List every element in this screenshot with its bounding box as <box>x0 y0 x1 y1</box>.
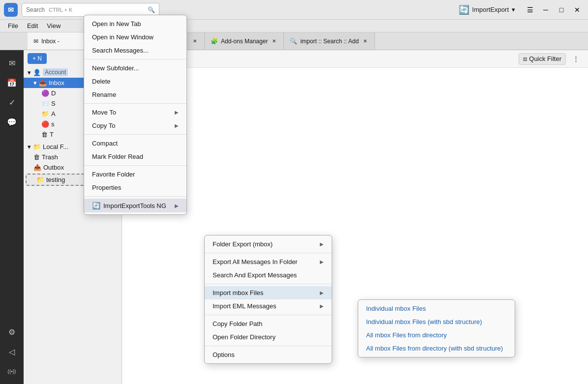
filter-options-icon[interactable]: ⋮ <box>570 54 582 64</box>
minimize-button[interactable]: ─ <box>539 3 553 17</box>
maximize-button[interactable]: □ <box>555 3 568 17</box>
sidebar-icon-tasks[interactable]: ✓ <box>3 93 21 111</box>
sub2-all-mbox-dir[interactable]: All mbox Files from directory <box>358 328 515 342</box>
sub1-import-mbox[interactable]: Import mbox Files ▶ <box>205 286 332 299</box>
ctx-separator-2 <box>84 103 186 104</box>
tab-addons[interactable]: 🧩 Add-ons Manager ✕ <box>205 32 284 50</box>
ctx-mark-folder-read[interactable]: Mark Folder Read <box>84 150 186 163</box>
ctx-importexport-arrow: ▶ <box>175 203 179 208</box>
search-placeholder: Search <box>26 6 45 13</box>
menu-view[interactable]: View <box>43 21 64 30</box>
sub1-folder-export-arrow: ▶ <box>320 241 324 247</box>
tab-inbox-label: Inbox - <box>41 38 60 45</box>
sidebar-icon-collapse[interactable]: ◁ <box>3 343 21 360</box>
sidebar-icon-mail[interactable]: ✉ <box>3 54 21 72</box>
window-controls: ☰ ─ □ ✕ <box>523 3 584 17</box>
sub1-options[interactable]: Options <box>205 348 332 361</box>
ctx-compact[interactable]: Compact <box>84 137 186 150</box>
sub1-separator-1 <box>205 253 332 253</box>
sub1-copy-folder-path[interactable]: Copy Folder Path <box>205 317 332 330</box>
sub1-separator-2 <box>205 284 332 284</box>
sub1-separator-4 <box>205 346 332 346</box>
ctx-open-new-window-label: Open in New Window <box>92 33 154 41</box>
tab-inbox[interactable]: ✉ Inbox - <box>28 32 87 50</box>
submenu-import-mbox: Individual mbox Files Individual mbox Fi… <box>358 299 515 357</box>
ctx-properties-label: Properties <box>92 184 121 191</box>
sub2-individual-mbox[interactable]: Individual mbox Files <box>358 302 515 315</box>
ctx-separator-4 <box>84 165 186 166</box>
sub1-import-mbox-label: Import mbox Files <box>213 289 263 296</box>
tab-import-search[interactable]: 🔍 import :: Search :: Add ✕ <box>284 32 375 50</box>
ctx-importexport[interactable]: 🔄 ImportExportTools NG ▶ <box>84 199 186 212</box>
sub1-import-eml-arrow: ▶ <box>320 303 324 309</box>
sidebar-icon-calendar[interactable]: 📅 <box>3 74 21 91</box>
ctx-copy-to[interactable]: Copy To ▶ <box>84 119 186 132</box>
email-area: 8 Messages ⧈ Quick Filter ⋮ <box>122 50 588 384</box>
sub1-folder-export[interactable]: Folder Export (mbox) ▶ <box>205 237 332 251</box>
account-email-icon: 👤 <box>33 69 41 76</box>
ctx-properties[interactable]: Properties <box>84 181 186 194</box>
sub1-import-eml[interactable]: Import EML Messages ▶ <box>205 299 332 313</box>
ctx-new-subfolder-label: New Subfolder... <box>92 64 139 72</box>
tab-inbox-icon: ✉ <box>33 38 38 45</box>
app-title: ImportExport <box>472 6 509 13</box>
sub1-export-all[interactable]: Export All Messages In Folder ▶ <box>205 255 332 268</box>
icon-sidebar: ✉ 📅 ✓ 💬 ⚙ ◁ ((•)) <box>0 50 24 384</box>
sub1-copy-folder-path-label: Copy Folder Path <box>213 320 262 327</box>
inbox-folder-icon: 📥 <box>39 79 47 87</box>
sidebar-icon-status[interactable]: ((•)) <box>3 362 21 380</box>
ctx-search-messages[interactable]: Search Messages... <box>84 44 186 57</box>
sidebar-icon-settings[interactable]: ⚙ <box>3 323 21 341</box>
outbox-label: Outbox <box>43 164 64 171</box>
context-menu: Open in New Tab Open in New Window Searc… <box>84 15 187 215</box>
tab-addons-close[interactable]: ✕ <box>271 38 278 45</box>
new-message-button[interactable]: + N <box>28 53 47 64</box>
tab-import-search-label: import :: Search :: Add <box>300 38 359 45</box>
ctx-delete[interactable]: Delete <box>84 75 186 88</box>
filter-icon: ⧈ <box>523 55 527 63</box>
sub2-all-mbox-dir-sbd-label: All mbox Files from directory (with sbd … <box>366 345 503 352</box>
ctx-mark-folder-read-label: Mark Folder Read <box>92 153 143 160</box>
trash-local-label: Trash <box>42 153 58 161</box>
sidebar-icon-chat[interactable]: 💬 <box>3 113 21 131</box>
ctx-open-new-tab-label: Open in New Tab <box>92 20 141 28</box>
ctx-compact-label: Compact <box>92 140 118 147</box>
local-folders-label: Local F... <box>43 143 68 150</box>
ctx-favorite-folder[interactable]: Favorite Folder <box>84 168 186 181</box>
folder-d-icon: 🟣 <box>41 89 49 97</box>
sub1-search-export-label: Search And Export Messages <box>213 271 297 279</box>
quick-filter-label: Quick Filter <box>529 55 561 62</box>
sub1-options-label: Options <box>213 351 235 358</box>
sub1-export-all-arrow: ▶ <box>320 259 324 265</box>
folder-s-icon: 📨 <box>41 100 49 107</box>
ctx-search-messages-label: Search Messages... <box>92 47 149 54</box>
ctx-open-new-tab[interactable]: Open in New Tab <box>84 17 186 30</box>
menu-button[interactable]: ☰ <box>523 3 537 17</box>
close-button[interactable]: ✕ <box>570 3 584 17</box>
sub1-open-folder-dir-label: Open Folder Directory <box>213 333 276 341</box>
ctx-rename[interactable]: Rename <box>84 88 186 101</box>
outbox-icon: 📤 <box>33 164 41 171</box>
sub1-search-export[interactable]: Search And Export Messages <box>205 268 332 282</box>
menu-edit[interactable]: Edit <box>23 21 42 30</box>
tab-settings-close[interactable]: ✕ <box>191 38 198 45</box>
sub2-all-mbox-dir-sbd[interactable]: All mbox Files from directory (with sbd … <box>358 342 515 355</box>
ctx-new-subfolder[interactable]: New Subfolder... <box>84 61 186 75</box>
chevron-down-icon-local: ▾ <box>28 143 31 150</box>
ctx-move-to-arrow: ▶ <box>175 110 179 115</box>
email-list <box>122 68 588 384</box>
sub1-separator-3 <box>205 315 332 315</box>
ctx-importexport-label: ImportExportTools NG <box>103 202 166 209</box>
chevron-down-icon: ▾ <box>28 69 31 76</box>
ctx-open-new-window[interactable]: Open in New Window <box>84 30 186 44</box>
sub1-open-folder-dir[interactable]: Open Folder Directory <box>205 330 332 344</box>
menu-file[interactable]: File <box>4 21 22 30</box>
tab-import-search-close[interactable]: ✕ <box>362 38 369 45</box>
ctx-separator-3 <box>84 134 186 135</box>
quick-filter-button[interactable]: ⧈ Quick Filter <box>519 53 566 65</box>
ctx-delete-label: Delete <box>92 78 111 85</box>
import-export-icon: 🔄 <box>459 4 469 15</box>
ctx-move-to[interactable]: Move To ▶ <box>84 106 186 119</box>
folder-flame-label: s <box>51 120 55 128</box>
sub2-individual-mbox-sbd[interactable]: Individual mbox Files (with sbd structur… <box>358 315 515 328</box>
